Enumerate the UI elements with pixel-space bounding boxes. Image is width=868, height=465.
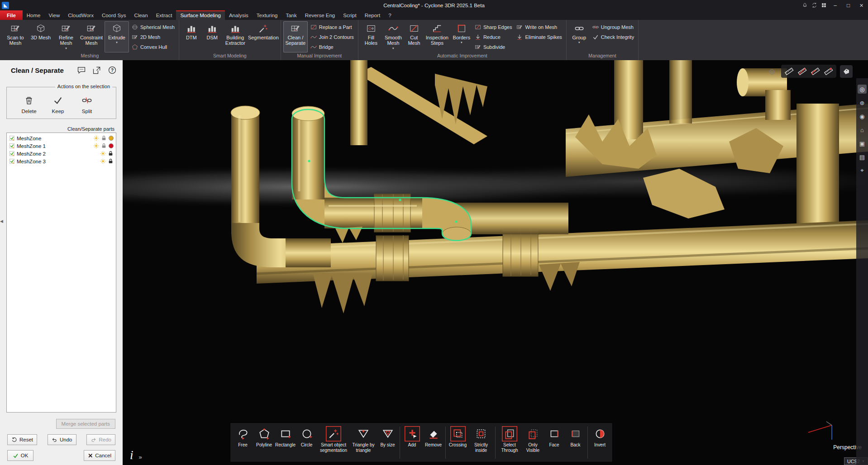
lock-icon[interactable] — [108, 151, 114, 157]
dsm-button[interactable]: DSM — [202, 21, 222, 52]
tab-tank[interactable]: Tank — [281, 10, 300, 20]
export-panel-icon[interactable] — [92, 65, 102, 75]
dtm-button[interactable]: DTM — [181, 21, 201, 52]
remove-selection-button[interactable]: Remove — [423, 425, 444, 460]
by-size-button[interactable]: By size — [377, 425, 398, 460]
back-select-button[interactable]: Back — [565, 425, 586, 460]
home-view-icon[interactable]: ⌂ — [858, 125, 867, 134]
tab-coord-sys[interactable]: Coord Sys — [98, 10, 130, 20]
clean-separate-button[interactable]: Clean / Separate — [283, 21, 308, 52]
toolbar-collapse-chevron[interactable]: ▾ — [600, 442, 602, 447]
cancel-button[interactable]: ✕Cancel — [84, 450, 115, 461]
tab-texturing[interactable]: Texturing — [253, 10, 282, 20]
2d-mesh-button[interactable]: 2D Mesh — [130, 33, 176, 42]
smooth-mesh-button[interactable]: Smooth Mesh▾ — [382, 21, 404, 52]
scan-to-mesh-button[interactable]: Scan to Mesh — [3, 21, 28, 52]
constraint-mesh-button[interactable]: Constraint Mesh — [79, 21, 104, 52]
split-button[interactable]: Split — [74, 93, 100, 116]
clip-box-icon[interactable]: ▣ — [858, 139, 867, 148]
sync-icon[interactable] — [810, 0, 819, 10]
tab-view[interactable]: View — [45, 10, 64, 20]
reduce-button[interactable]: Reduce — [473, 33, 514, 42]
ungroup-mesh-button[interactable]: Ungroup Mesh — [591, 23, 636, 32]
measure-angle-icon[interactable] — [810, 66, 821, 77]
tab-report[interactable]: Report — [361, 10, 385, 20]
refine-mesh-button[interactable]: Refine Mesh▾ — [54, 21, 78, 52]
free-select-button[interactable]: Free — [232, 425, 253, 460]
3d-scene[interactable] — [123, 60, 868, 465]
keep-button[interactable]: Keep — [45, 93, 71, 116]
lock-icon[interactable] — [101, 135, 107, 141]
visibility-sun-icon[interactable] — [93, 143, 99, 149]
pipe-mid-horizontal[interactable] — [455, 203, 568, 234]
focus-icon[interactable]: ◉ — [858, 112, 867, 121]
comment-icon[interactable] — [76, 65, 86, 75]
tab-file[interactable]: File — [0, 10, 23, 20]
undo-button[interactable]: Undo — [48, 434, 76, 445]
ok-button[interactable]: OK — [7, 450, 33, 461]
part-row-meshzone-1[interactable]: MeshZone 1 — [8, 142, 114, 150]
bridge-button[interactable]: Bridge — [309, 43, 356, 52]
minimize-button[interactable]: – — [829, 0, 842, 10]
triangle-by-triangle-button[interactable]: Triangle by triangle — [350, 425, 377, 460]
tab-clean[interactable]: Clean — [130, 10, 152, 20]
crossing-mode-button[interactable]: Crossing — [447, 425, 468, 460]
panel-collapse-arrow[interactable]: ◀ — [0, 219, 3, 223]
group-button[interactable]: Group▾ — [569, 21, 590, 52]
target-icon[interactable]: ⌖ — [858, 166, 867, 175]
convex-hull-button[interactable]: Convex Hull — [130, 43, 176, 52]
fill-holes-button[interactable]: Fill Holes — [361, 21, 382, 52]
delete-button[interactable]: Delete — [16, 93, 42, 116]
orbit-icon[interactable]: ◎ — [858, 85, 867, 94]
labels-tag-icon[interactable] — [840, 65, 853, 78]
tab-surface-modeling[interactable]: Surface Modeling — [176, 10, 225, 20]
parts-list[interactable]: MeshZone MeshZone 1 MeshZone — [6, 133, 116, 413]
info-icon[interactable]: i — [130, 449, 134, 461]
tab-analysis[interactable]: Analysis — [225, 10, 253, 20]
close-button[interactable]: × — [855, 0, 868, 10]
layout-grid-icon[interactable] — [819, 0, 829, 10]
notifications-bell-icon[interactable] — [800, 0, 810, 10]
3d-viewport[interactable]: ◎ ◎ ⊕ ◉ ⌂ ▣ ▤ ⌖ Free — [123, 60, 868, 465]
part-row-meshzone-2[interactable]: MeshZone 2 — [8, 150, 114, 157]
visibility-sun-icon[interactable] — [93, 135, 99, 141]
part-row-meshzone-3[interactable]: MeshZone 3 — [8, 157, 114, 165]
zoom-icon[interactable]: ⊕ — [858, 98, 867, 107]
visibility-sun-icon[interactable] — [100, 151, 106, 157]
select-through-button[interactable]: Select Through — [497, 425, 522, 460]
only-visible-button[interactable]: Only Visible — [522, 425, 544, 460]
spherical-mesh-button[interactable]: Spherical Mesh — [130, 23, 176, 32]
inspection-steps-button[interactable]: Inspection Steps — [424, 21, 450, 52]
tab-reverse-eng[interactable]: Reverse Eng — [301, 10, 339, 20]
write-on-mesh-button[interactable]: Write on Mesh — [515, 23, 563, 32]
add-selection-button[interactable]: Add — [401, 425, 423, 460]
circle-select-button[interactable]: Circle — [296, 425, 317, 460]
join-2-contours-button[interactable]: Join 2 Contours — [309, 33, 356, 42]
merge-selected-parts-button[interactable]: Merge selected parts — [56, 419, 115, 429]
expand-chevrons-icon[interactable]: » — [139, 454, 142, 461]
tab-extract[interactable]: Extract — [152, 10, 176, 20]
building-extractor-button[interactable]: Building Extractor — [223, 21, 248, 52]
tab-help[interactable]: ? — [384, 10, 395, 20]
smart-object-segmentation-button[interactable]: Smart object segmentation — [317, 425, 350, 460]
segmentation-button[interactable]: Segmentation — [248, 21, 278, 52]
lock-icon[interactable] — [108, 158, 114, 164]
lock-icon[interactable] — [101, 143, 107, 149]
snap-circle-icon[interactable]: ◎ — [767, 67, 777, 76]
face-select-button[interactable]: Face — [544, 425, 565, 460]
strictly-inside-button[interactable]: Strictly inside — [468, 425, 494, 460]
part-color-swatch[interactable] — [109, 136, 114, 141]
subdivide-button[interactable]: Subdivide — [473, 43, 514, 52]
visibility-sun-icon[interactable] — [100, 158, 106, 164]
help-icon[interactable]: ? — [107, 65, 117, 75]
extrude-button[interactable]: Extrude▾ — [105, 21, 129, 52]
reset-button[interactable]: Reset — [7, 434, 37, 445]
tab-cloudworx[interactable]: CloudWorx — [64, 10, 98, 20]
redo-button[interactable]: Redo — [86, 434, 115, 445]
cut-mesh-button[interactable]: Cut Mesh — [405, 21, 423, 52]
layers-icon[interactable]: ▤ — [858, 152, 867, 161]
maximize-button[interactable]: □ — [842, 0, 855, 10]
3d-mesh-button[interactable]: 3D Mesh — [29, 21, 53, 52]
sharp-edges-button[interactable]: Sharp Edges — [473, 23, 514, 32]
polyline-select-button[interactable]: Polyline — [253, 425, 275, 460]
